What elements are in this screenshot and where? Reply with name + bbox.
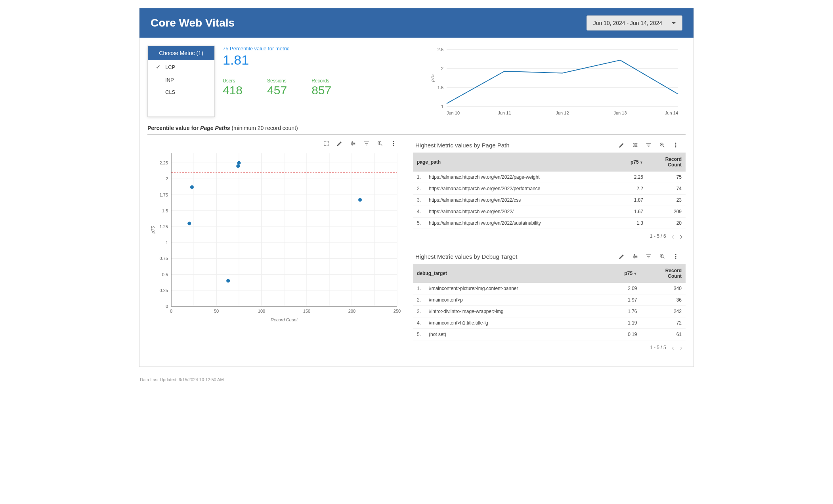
table-row[interactable]: 2.#maincontent>p1.9736 [413,294,686,306]
pager-label: 1 - 5 / 5 [650,345,666,350]
section-title: Percentile value for Page Paths (minimum… [139,125,694,134]
header: Core Web Vitals Jun 10, 2024 - Jun 14, 2… [139,8,694,38]
prev-page-icon[interactable]: ‹ [672,232,674,240]
svg-point-77 [190,185,194,189]
table-row[interactable]: 3.#intro>div.intro-image-wrapper>img1.76… [413,306,686,317]
cell-debug_target: #maincontent>p [425,294,603,306]
table-row[interactable]: 3.https://almanac.httparchive.org/en/202… [413,195,686,206]
summary-stats: 75 Percentile value for metric 1.81 User… [223,46,417,117]
zoom-icon[interactable] [659,141,666,149]
column-header[interactable]: RecordCount [647,153,686,172]
next-page-icon[interactable]: › [680,232,682,240]
svg-text:0: 0 [170,309,172,313]
svg-text:0.75: 0.75 [160,256,168,261]
svg-point-79 [187,221,191,225]
page-path-table: page_pathp75RecordCount 1.https://almana… [413,153,686,229]
column-header[interactable]: p75 [603,264,641,283]
cell-record-count: 340 [641,283,686,294]
zoom-icon[interactable] [376,140,384,147]
more-icon[interactable] [390,140,397,147]
svg-text:1: 1 [441,104,443,109]
table-title: Highest Metric values by Debug Target [415,253,517,260]
column-header[interactable]: debug_target [413,264,603,283]
svg-text:100: 100 [258,309,265,313]
zoom-icon[interactable] [659,253,666,260]
cell-record-count: 209 [647,206,686,218]
adjust-icon[interactable] [632,253,639,260]
table-row[interactable]: 1.https://almanac.httparchive.org/en/202… [413,172,686,183]
svg-text:Record Count: Record Count [271,317,298,322]
svg-point-20 [352,144,353,145]
metric-option-label: INP [165,77,174,83]
table-row[interactable]: 4.https://almanac.httparchive.org/en/202… [413,206,686,218]
table-toolbar [614,250,683,262]
select-icon[interactable] [323,140,330,147]
table-row[interactable]: 2.https://almanac.httparchive.org/en/202… [413,183,686,195]
stat-value: 457 [267,84,287,97]
table-row[interactable]: 5.(not set)0.1961 [413,329,686,340]
row-index: 2. [413,183,425,195]
filter-icon[interactable] [645,253,652,260]
svg-text:150: 150 [303,309,310,313]
pager-label: 1 - 5 / 6 [650,233,666,239]
metric-option-lcp[interactable]: LCP [148,60,214,74]
column-header[interactable]: p75 [615,153,647,172]
table-row[interactable]: 1.#maincontent>picture>img.content-banne… [413,283,686,294]
cell-record-count: 74 [647,183,686,195]
row-index: 5. [413,218,425,229]
stat-records: Records857 [311,78,331,97]
next-page-icon[interactable]: › [680,344,682,351]
column-header[interactable]: page_path [413,153,615,172]
svg-line-25 [381,144,382,145]
svg-text:Jun 13: Jun 13 [613,111,627,115]
svg-point-76 [236,164,240,168]
svg-point-87 [636,145,637,146]
debug-target-table: debug_targetp75RecordCount 1.#mainconten… [413,264,686,340]
cell-page_path: https://almanac.httparchive.org/en/2022/ [425,206,615,218]
filter-icon[interactable] [363,140,370,147]
metric-option-inp[interactable]: INP [148,74,214,86]
edit-icon[interactable] [618,141,625,149]
stat-sessions: Sessions457 [267,78,287,97]
stat-value: 418 [223,84,243,97]
stat-label: Users [223,78,243,84]
pager: 1 - 5 / 5 ‹ › [413,340,686,353]
pager: 1 - 5 / 6 ‹ › [413,229,686,242]
row-index: 4. [413,206,425,218]
date-range-picker[interactable]: Jun 10, 2024 - Jun 14, 2024 [587,15,682,31]
row-index: 3. [413,195,425,206]
cell-debug_target: #intro>div.intro-image-wrapper>img [425,306,603,317]
svg-point-80 [226,279,230,283]
svg-text:p75: p75 [151,226,155,234]
cell-p75: 1.76 [603,306,641,317]
cell-p75: 2.25 [615,172,647,183]
more-icon[interactable] [672,141,679,149]
edit-icon[interactable] [336,140,343,147]
check-icon [156,63,163,71]
cell-p75: 1.19 [603,317,641,329]
cell-page_path: https://almanac.httparchive.org/en/2022/… [425,172,615,183]
adjust-icon[interactable] [632,141,639,149]
cell-debug_target: #maincontent>picture>img.content-banner [425,283,603,294]
prev-page-icon[interactable]: ‹ [672,344,674,351]
table-row[interactable]: 4.#maincontent>h1.title.title-lg1.1972 [413,317,686,329]
column-header[interactable]: RecordCount [641,264,686,283]
filter-icon[interactable] [645,141,652,149]
svg-text:0.25: 0.25 [160,288,168,293]
row-index: 4. [413,317,425,329]
edit-icon[interactable] [618,253,625,260]
adjust-icon[interactable] [350,140,357,147]
svg-text:2.25: 2.25 [160,160,168,165]
cell-record-count: 61 [641,329,686,340]
metric-option-cls[interactable]: CLS [148,86,214,98]
footer: Data Last Updated: 6/15/2024 10:12:50 AM [139,375,694,388]
cell-p75: 1.97 [603,294,641,306]
table-row[interactable]: 5.https://almanac.httparchive.org/en/202… [413,218,686,229]
svg-line-109 [663,257,664,258]
stat-label: Sessions [267,78,287,84]
cell-p75: 1.3 [615,218,647,229]
more-icon[interactable] [672,253,679,260]
p75-label: 75 Percentile value for metric [223,46,417,52]
chart-toolbar [147,137,401,149]
svg-text:250: 250 [394,309,401,313]
